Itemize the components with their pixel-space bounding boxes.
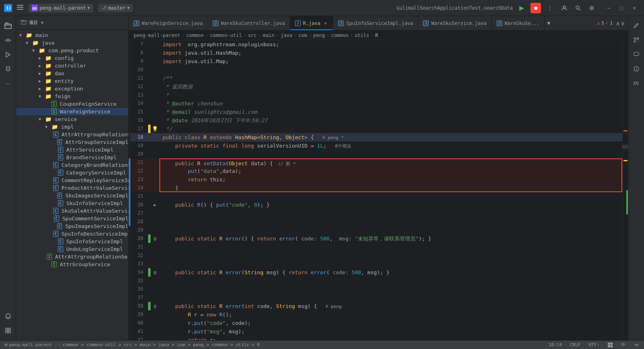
stop-button[interactable]: ■ <box>530 3 541 13</box>
close-button[interactable]: × <box>629 2 640 14</box>
line-29: 29 <box>130 226 622 234</box>
tree-item-main[interactable]: ▼ 📁 main <box>16 31 128 39</box>
tree-item-attrgroup[interactable]: CAttrGroupServiceImpl <box>16 138 128 146</box>
maximize-button[interactable]: □ <box>616 2 627 14</box>
search-button[interactable] <box>572 2 584 14</box>
tree-item-spuinfo[interactable]: CSpuInfoServiceImpl <box>16 238 128 245</box>
branch-selector[interactable]: ⎇ master ▼ <box>98 4 133 12</box>
bc-common-util[interactable]: common-util <box>210 33 242 38</box>
status-breadcrumb-text: common > common-util > src > main > java… <box>62 342 260 347</box>
tree-item-catbrand[interactable]: CCategoryBrandRelationServiceImpl <box>16 161 128 169</box>
bc-common[interactable]: common <box>186 33 204 38</box>
bc-peng-mall-parent[interactable]: peng-mall-parent <box>134 33 180 38</box>
tree-item-entity[interactable]: ▶ 📁 entity <box>16 77 128 85</box>
tree-item-category[interactable]: CCategoryServiceImpl <box>16 169 128 177</box>
tree-item-ware-feign[interactable]: I WareFeignService <box>16 108 128 115</box>
status-chinese[interactable]: 中 <box>619 342 627 348</box>
lg-22 <box>151 167 159 175</box>
bc-main[interactable]: main <box>263 33 275 38</box>
status-line-endings[interactable]: CRLF <box>568 342 582 347</box>
next-change-button[interactable]: ∨ <box>621 20 625 27</box>
tree-item-config[interactable]: ▶ 📁 config <box>16 54 128 62</box>
run-button[interactable]: ▶ <box>516 2 527 14</box>
tree-item-dao[interactable]: ▶ 📁 dao <box>16 70 128 77</box>
bc-src[interactable]: src <box>248 33 257 38</box>
activity-more-button[interactable]: ··· <box>2 77 14 90</box>
project-selector[interactable]: pp peng-mall-parent ▼ <box>28 4 93 12</box>
hamburger-menu[interactable] <box>15 3 25 12</box>
tab-r-java[interactable]: J R.java × <box>290 16 334 30</box>
tab-ware-feign[interactable]: J WareFeignService.java <box>129 16 208 30</box>
ln-31: 31 <box>130 243 148 251</box>
tab-ware-sku-ctrl[interactable]: J WareSkuController.java <box>208 16 290 30</box>
tree-item-feign[interactable]: ▼ 📁 feign <box>16 92 128 100</box>
activity-run-button[interactable] <box>2 48 14 61</box>
tree-item-spucomment[interactable]: CSpuCommentServiceImpl <box>16 215 128 222</box>
lines-wrap[interactable]: 7 import org.graphstream.nopluginboss; 8… <box>130 40 622 340</box>
rp-info-button[interactable] <box>630 63 642 75</box>
tree-item-coupon-feign[interactable]: I CouponFeignService <box>16 100 128 108</box>
tree-item-comment[interactable]: CCommentReplayServiceImpl <box>16 177 128 184</box>
tab-ware-sku-svc[interactable]: J WareSkuService.java <box>418 16 491 30</box>
rp-git-button[interactable] <box>630 34 642 46</box>
minimize-button[interactable]: − <box>603 2 614 14</box>
lg-13 <box>151 91 159 99</box>
line-21: 21 public R setData(Object data) { // 新 … <box>130 158 622 167</box>
tree-item-attr[interactable]: CAttrServiceImpl <box>16 146 128 154</box>
bc-common2[interactable]: common <box>331 33 348 38</box>
rp-chat-button[interactable] <box>630 48 642 60</box>
rp-plugin-button[interactable]: m <box>630 77 642 89</box>
line-25: 25 <box>130 192 622 201</box>
tree-item-service[interactable]: ▼ 📁 service <box>16 115 128 123</box>
project-name: peng-mall-parent <box>39 5 86 11</box>
interface-icon-attrgroup-iface: I <box>52 261 57 267</box>
arrow-exception: ▶ <box>39 86 43 91</box>
status-extra-icons[interactable] <box>632 342 641 348</box>
tree-item-attrgroup-iface[interactable]: IAttrGroupService <box>16 261 128 268</box>
bc-peng[interactable]: peng <box>313 33 325 38</box>
tree-item-attrattr-iface[interactable]: IAttrAttrgroupRelationService <box>16 253 128 261</box>
tree-item-impl[interactable]: ▼ 📁 impl <box>16 123 128 131</box>
tree-item-skuimages[interactable]: CSkuImagesServiceImpl <box>16 192 128 199</box>
rp-pen-button[interactable] <box>630 19 642 31</box>
settings-button[interactable] <box>586 2 597 14</box>
status-windows-icon[interactable] <box>606 342 615 348</box>
class-icon-spucomment: C <box>54 216 59 222</box>
tree-item-undolog[interactable]: CUndoLogServiceImpl <box>16 245 128 253</box>
tree-item-com-peng-product[interactable]: ▼ 📁 com.peng.product <box>16 47 128 54</box>
activity-folder-button[interactable] <box>2 19 14 32</box>
run-config-label: GulimallSearchApplicationTest.searchData <box>396 5 513 11</box>
more-actions-button[interactable]: ⋮ <box>544 2 555 14</box>
tree-item-prodattrval[interactable]: CProductAttrValueServiceImpl <box>16 184 128 192</box>
status-project[interactable]: ⊞ peng-mall-parent <box>3 342 54 347</box>
user-button[interactable] <box>559 2 570 14</box>
tree-item-skuinfo[interactable]: CSkuInfoServiceImpl <box>16 199 128 207</box>
tree-item-brand[interactable]: CBrandServiceImpl <box>16 154 128 161</box>
tree-item-controller[interactable]: ▶ 📁 controller <box>16 62 128 70</box>
ln-15: 15 <box>130 108 148 116</box>
tree-item-java[interactable]: ▼ 📁 java <box>16 39 128 47</box>
tree-item-exception[interactable]: ▶ 📁 exception <box>16 85 128 92</box>
tree-item-spuinfodesc[interactable]: CSpuInfoDescServiceImpl <box>16 230 128 238</box>
tree-label-skusaleattrval: SkuSaleAttrValueServiceImpl <box>62 208 128 214</box>
tab-spuinfo[interactable]: J SpuInfoServiceImpl.java <box>333 16 418 30</box>
status-breadcrumb[interactable]: □ common > common-util > src > main > ja… <box>57 342 262 347</box>
tree-item-attrattr[interactable]: CAttrAttrgroupRelationServiceImpl <box>16 131 128 138</box>
bc-utils[interactable]: utils <box>355 33 369 38</box>
prev-change-button[interactable]: ∧ <box>616 20 620 27</box>
bc-com[interactable]: com <box>298 33 307 38</box>
bc-java[interactable]: java <box>281 33 292 38</box>
activity-commit-button[interactable] <box>2 34 14 47</box>
activity-notifications-button[interactable] <box>2 310 14 322</box>
tabs-more-button[interactable]: ▼ <box>545 16 553 30</box>
activity-plugin-button[interactable] <box>2 324 14 337</box>
class-icon-attrgroup: C <box>57 139 62 145</box>
tree-item-spuimages[interactable]: CSpuImagesServiceImpl <box>16 222 128 230</box>
activity-debug-button[interactable] <box>2 63 14 76</box>
tab-close-r-java[interactable]: × <box>323 20 328 27</box>
bc-r[interactable]: R <box>375 33 378 38</box>
tab-ware-sku-se[interactable]: J WareSkuSe... <box>492 16 545 30</box>
tree-item-skusaleattrval[interactable]: CSkuSaleAttrValueServiceImpl <box>16 207 128 215</box>
status-encoding[interactable]: UTF- <box>587 342 601 347</box>
status-line-col[interactable]: 18:14 <box>547 342 564 347</box>
